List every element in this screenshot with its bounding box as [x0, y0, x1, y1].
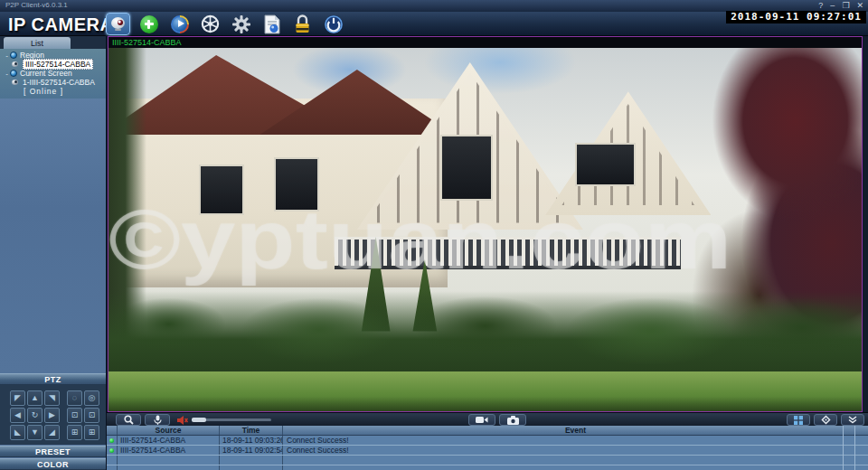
video-channel-1[interactable]: IIII-527514-CABBA ©yptuan.com	[108, 36, 863, 412]
talk-button[interactable]	[145, 414, 170, 426]
tree-node-status: [ Online ]	[24, 87, 106, 96]
datetime-display: 2018-09-11 09:27:01	[726, 11, 866, 24]
ptz-auto-scan-button[interactable]: ↻	[27, 408, 42, 423]
ptz-down-right-button[interactable]: ◢	[44, 425, 60, 440]
webcam-icon	[110, 17, 126, 31]
time-column-header: Time	[220, 426, 283, 435]
preset-button[interactable]: PRESET	[0, 446, 106, 457]
collapse-icon[interactable]: -	[4, 52, 10, 59]
maximize-icon[interactable]: ❒	[842, 0, 849, 11]
microphone-icon	[153, 415, 163, 425]
row-source: IIII-527514-CABBA	[118, 446, 220, 455]
volume-slider[interactable]	[192, 418, 271, 421]
channel-title-label: IIII-527514-CABBA	[108, 37, 862, 48]
globe-icon	[10, 52, 17, 59]
collapse-panel-button[interactable]	[841, 414, 864, 426]
ptz-down-left-button[interactable]: ◣	[10, 425, 25, 440]
plus-icon	[140, 15, 158, 33]
zoom-minus-button[interactable]: ⊞	[67, 425, 82, 440]
tree-node-screen-device[interactable]: 1-IIII-527514-CABBA	[12, 78, 106, 87]
sidebar-tabbar: List	[0, 36, 106, 49]
ptz-up-button[interactable]: ▲	[27, 390, 42, 406]
video-toolbar	[107, 412, 868, 426]
zoom-plus-button[interactable]: ⊞	[84, 425, 99, 440]
ptz-up-right-button[interactable]: ◥	[44, 390, 60, 406]
tab-list[interactable]: List	[4, 37, 71, 49]
scene-shadow	[108, 397, 862, 411]
table-scrollbar[interactable]	[843, 426, 855, 470]
document-icon	[263, 14, 281, 34]
settings-button[interactable]	[229, 13, 253, 35]
row-time: 18-09-11 09:03:26	[220, 436, 283, 445]
lock-button[interactable]	[290, 13, 315, 35]
scene-window	[575, 143, 636, 186]
minimize-icon[interactable]: –	[830, 0, 835, 11]
scene-hedge	[108, 291, 862, 378]
playback-button[interactable]	[167, 13, 192, 35]
row-event: Connect Success!	[283, 446, 868, 455]
ptz-aux-grid: ◌ ◎ ⊡ ⊡ ⊞ ⊞	[67, 390, 99, 445]
toolbar-buttons	[106, 12, 345, 36]
play-icon	[171, 15, 189, 33]
row-time: 18-09-11 09:02:54	[220, 446, 283, 455]
wheel-icon	[201, 14, 220, 33]
iris-plus-button[interactable]: ◎	[84, 390, 99, 406]
table-header: Source Time Event	[107, 426, 868, 436]
ptz-right-button[interactable]: ▶	[44, 408, 60, 423]
current-screen-label: Current Screen	[20, 69, 72, 78]
scene-window	[440, 135, 493, 200]
app-logo: IP CAMERA	[8, 14, 113, 35]
table-row-empty[interactable]	[107, 456, 868, 465]
volume-slider-handle[interactable]	[192, 418, 206, 422]
live-view-button[interactable]	[106, 13, 130, 35]
camcorder-icon	[476, 416, 488, 424]
row-event: Connect Success!	[283, 436, 868, 445]
magnifier-icon	[124, 415, 134, 425]
diamond-icon	[821, 415, 831, 425]
camera-icon	[507, 416, 519, 425]
p2p-client-window: P2P Client-v6.0.3.1 ? – ❒ ✕ IP CAMERA	[0, 0, 868, 470]
ptz-up-left-button[interactable]: ◤	[10, 390, 25, 406]
ptz-direction-grid: ◤ ▲ ◥ ◀ ↻ ▶ ◣ ▼ ◢	[10, 390, 60, 445]
power-button[interactable]	[321, 13, 345, 35]
live-video-frame: ©yptuan.com	[108, 48, 862, 411]
tree-node-device[interactable]: IIII-527514-CABBA	[12, 60, 106, 69]
gear-icon	[231, 14, 251, 34]
add-device-button[interactable]	[137, 13, 161, 35]
status-dot-icon	[109, 438, 114, 443]
window-title: P2P Client-v6.0.3.1	[5, 1, 68, 9]
table-row[interactable]: IIII-527514-CABBA 18-09-11 09:02:54 Conn…	[107, 446, 868, 456]
focus-plus-button[interactable]: ⊡	[84, 408, 99, 423]
layout-controls	[787, 414, 864, 426]
sidebar: List - Region IIII-527514-CABBA - Curren…	[0, 36, 107, 470]
help-icon[interactable]: ?	[818, 0, 823, 11]
camera-icon	[12, 61, 20, 68]
snapshot-button[interactable]	[499, 414, 526, 426]
ptz-header[interactable]: PTZ	[0, 373, 106, 385]
row-source: IIII-527514-CABBA	[118, 436, 220, 445]
navigation-wheel-button[interactable]	[198, 13, 222, 35]
status-column-header	[107, 426, 118, 435]
iris-minus-button[interactable]: ◌	[67, 390, 82, 406]
ptz-left-button[interactable]: ◀	[10, 408, 25, 423]
status-dot-icon	[109, 448, 114, 453]
ptz-control-pad: ◤ ▲ ◥ ◀ ↻ ▶ ◣ ▼ ◢ ◌ ◎ ⊡ ⊡ ⊞ ⊞	[0, 385, 106, 445]
ptz-down-button[interactable]: ▼	[27, 425, 42, 440]
speaker-muted-icon[interactable]	[177, 416, 188, 425]
grid-layout-button[interactable]	[787, 414, 810, 426]
color-button[interactable]: COLOR	[0, 458, 106, 470]
table-row-empty[interactable]	[107, 465, 868, 470]
screen-device-label: 1-IIII-527514-CABBA	[23, 78, 95, 87]
close-icon[interactable]: ✕	[856, 0, 863, 11]
digital-zoom-button[interactable]	[116, 414, 141, 426]
log-button[interactable]	[259, 13, 284, 35]
tree-node-current-screen[interactable]: - Current Screen	[0, 69, 106, 78]
watermark-text: ©yptuan.com	[108, 193, 731, 287]
device-tree: - Region IIII-527514-CABBA - Current Scr…	[0, 49, 106, 99]
record-button[interactable]	[468, 414, 495, 426]
collapse-icon[interactable]: -	[4, 70, 10, 77]
table-row[interactable]: IIII-527514-CABBA 18-09-11 09:03:26 Conn…	[107, 436, 868, 446]
online-status-label: [ Online ]	[24, 87, 63, 96]
focus-minus-button[interactable]: ⊡	[67, 408, 82, 423]
fullscreen-button[interactable]	[814, 414, 837, 426]
